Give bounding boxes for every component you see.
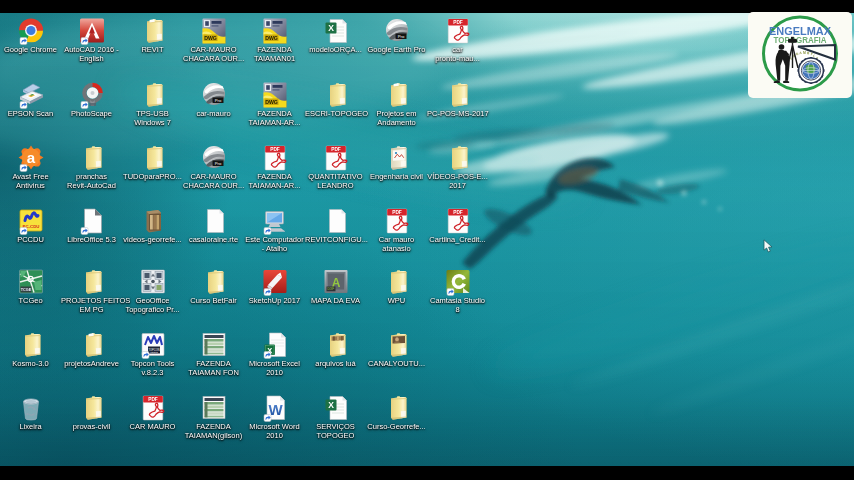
svg-text:Pro: Pro [214, 161, 221, 166]
svg-text:DWG: DWG [265, 99, 278, 105]
svg-text:PDF: PDF [148, 397, 158, 402]
svg-text:a: a [26, 149, 35, 166]
svg-text:PDF: PDF [453, 210, 463, 215]
svg-text:TOOLS: TOOLS [150, 351, 158, 353]
svg-text:PDF: PDF [392, 210, 402, 215]
svg-text:X: X [328, 23, 334, 33]
svg-text:Pro: Pro [214, 98, 221, 103]
svg-text:DWG: DWG [265, 35, 278, 41]
svg-text:TOPOGRAFIA: TOPOGRAFIA [774, 34, 827, 45]
svg-text:PDF: PDF [453, 20, 463, 25]
svg-text:DWG: DWG [204, 35, 217, 41]
svg-text:PDF: PDF [270, 147, 280, 152]
svg-text:TCGE: TCGE [20, 288, 31, 292]
svg-text:M: M [803, 51, 806, 55]
svg-text:PDF: PDF [331, 147, 341, 152]
svg-text:Pro: Pro [397, 34, 404, 39]
svg-text:DXF: DXF [327, 287, 334, 291]
svg-text:X: X [328, 400, 334, 410]
